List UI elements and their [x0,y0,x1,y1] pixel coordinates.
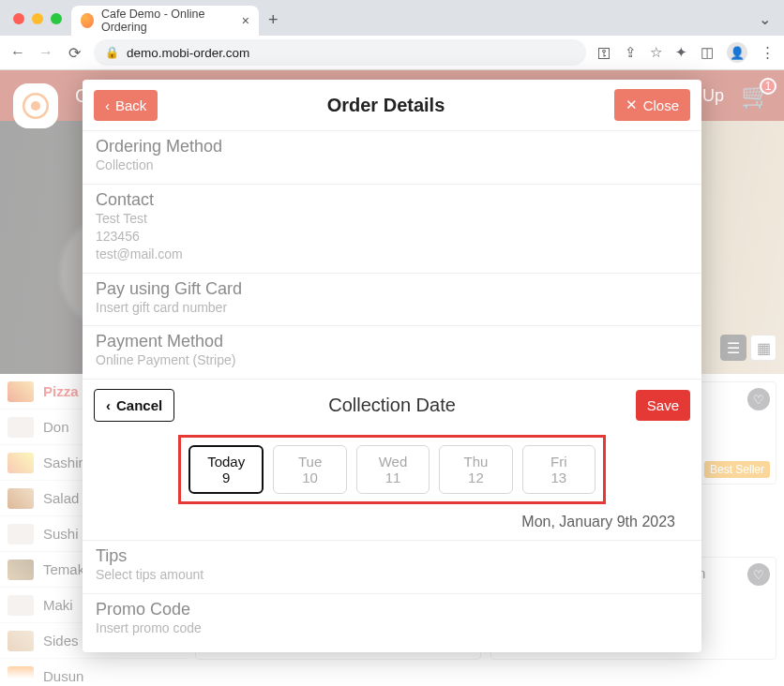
date-option-thu[interactable]: Thu 12 [439,445,512,494]
cancel-label: Cancel [116,397,162,413]
save-button[interactable]: Save [636,390,690,421]
section-gift-card[interactable]: Pay using Gift Card Insert gift card num… [83,273,701,326]
key-icon[interactable]: ⚿ [597,45,611,61]
section-contact[interactable]: Contact Test Test 123456 test@mail.com [83,184,701,273]
date-day: Today [207,454,245,470]
section-title: Ordering Method [96,137,688,157]
section-placeholder: Insert gift card number [96,299,688,317]
date-num: 11 [385,470,401,485]
selected-date-text: Mon, January 9th 2023 [83,510,701,540]
date-num: 12 [468,470,484,485]
close-button[interactable]: ✕ Close [614,89,690,121]
close-icon: ✕ [626,97,638,113]
url-text: demo.mobi-order.com [127,46,249,60]
kebab-menu-icon[interactable]: ⋮ [761,44,775,61]
modal-title: Order Details [327,95,445,116]
tab-strip: Cafe Demo - Online Ordering × + ⌄ [0,0,784,36]
profile-avatar[interactable]: 👤 [727,42,747,63]
browser-chrome: Cafe Demo - Online Ordering × + ⌄ ← → ⟳ … [0,0,784,70]
contact-name: Test Test [96,210,688,228]
order-details-modal: ‹ Back Order Details ✕ Close Ordering Me… [83,80,701,652]
date-option-fri[interactable]: Fri 13 [522,445,596,494]
section-title: Tips [96,546,688,566]
browser-toolbar: ← → ⟳ 🔒 demo.mobi-order.com ⚿ ⇪ ☆ ✦ ◫ 👤 … [0,36,784,69]
section-tips[interactable]: Tips Select tips amount [83,540,701,593]
back-label: Back [115,97,146,113]
date-day: Wed [379,454,408,470]
tab-title: Cafe Demo - Online Ordering [101,7,234,34]
toolbar-right-icons: ⚿ ⇪ ☆ ✦ ◫ 👤 ⋮ [597,42,775,63]
nav-back-icon[interactable]: ← [9,44,26,61]
section-promo-code[interactable]: Promo Code Insert promo code [83,593,701,647]
date-num: 13 [550,470,566,485]
address-bar[interactable]: 🔒 demo.mobi-order.com [94,39,586,66]
section-title: Pay using Gift Card [96,279,688,299]
tabs-overflow-icon[interactable]: ⌄ [746,10,784,36]
window-maximize[interactable] [51,13,62,24]
section-value: Online Payment (Stripe) [96,351,688,369]
chevron-left-icon: ‹ [106,397,111,413]
date-option-wed[interactable]: Wed 11 [356,445,430,494]
new-tab-button[interactable]: + [259,10,288,36]
lock-icon: 🔒 [105,46,119,59]
collection-date-title: Collection Date [328,395,456,416]
nav-forward-icon: → [38,44,54,61]
date-day: Thu [463,454,488,470]
tab-close-icon[interactable]: × [242,13,249,28]
section-placeholder: Insert promo code [96,619,688,637]
collection-date-header: ‹ Cancel Collection Date Save [83,379,701,431]
share-icon[interactable]: ⇪ [625,44,637,61]
section-title: Contact [96,190,688,210]
bookmark-icon[interactable]: ☆ [650,44,662,61]
contact-phone: 123456 [96,228,688,246]
date-num: 9 [222,470,230,485]
back-button[interactable]: ‹ Back [94,90,158,121]
window-close[interactable] [13,13,24,24]
section-payment-method[interactable]: Payment Method Online Payment (Stripe) [83,325,701,379]
window-minimize[interactable] [32,13,43,24]
chevron-left-icon: ‹ [105,97,110,113]
section-placeholder: Select tips amount [96,566,688,584]
date-day: Tue [298,454,322,470]
collection-date-options: Today 9 Tue 10 Wed 11 Thu 12 Fri 13 [178,435,606,504]
cancel-button[interactable]: ‹ Cancel [94,389,174,422]
favicon-icon [81,13,94,28]
section-title: Promo Code [96,600,688,619]
window-controls [8,13,71,36]
date-day: Fri [550,454,567,470]
nav-reload-icon[interactable]: ⟳ [66,44,83,62]
save-label: Save [647,397,679,413]
section-value: Collection [96,157,688,174]
panel-icon[interactable]: ◫ [701,44,714,61]
section-ordering-method[interactable]: Ordering Method Collection [83,130,701,184]
browser-tab[interactable]: Cafe Demo - Online Ordering × [71,6,259,36]
contact-email: test@mail.com [96,246,688,263]
close-label: Close [643,97,679,113]
date-option-today[interactable]: Today 9 [188,445,264,494]
app-viewport: Ca ng Up 🛒 1 ☰ ▦ Pizza Don Sashimi Salad… [0,70,784,686]
date-option-tue[interactable]: Tue 10 [273,445,346,494]
section-title: Payment Method [96,332,688,351]
date-num: 10 [302,470,318,485]
modal-header: ‹ Back Order Details ✕ Close [83,80,701,130]
extensions-icon[interactable]: ✦ [675,44,687,61]
